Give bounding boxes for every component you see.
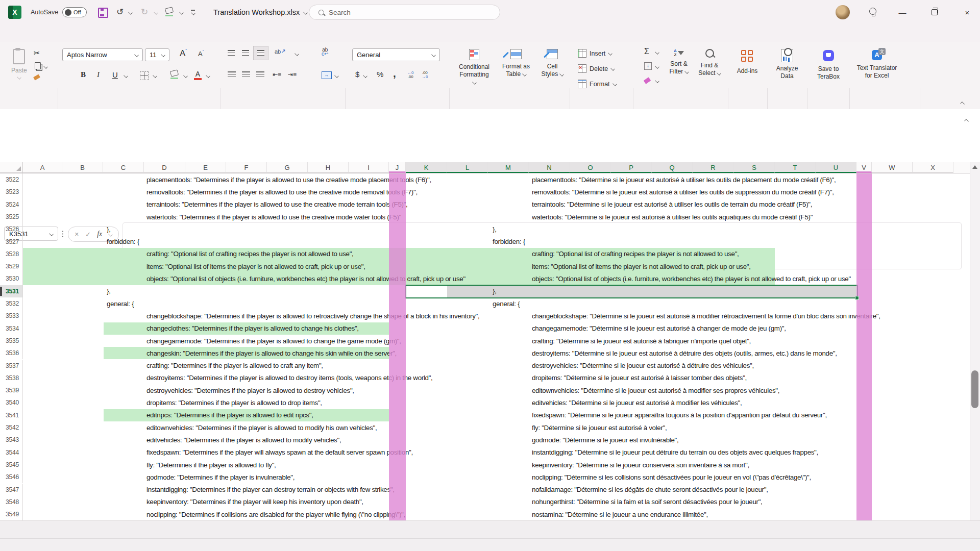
- column-header-G[interactable]: G: [267, 162, 308, 173]
- cell-text[interactable]: nofalldamage: "Détermine si les dégâts d…: [532, 485, 768, 494]
- cell-text[interactable]: destroyitems: "Détermine si le joueur es…: [532, 349, 837, 358]
- column-header-K[interactable]: K: [406, 162, 447, 173]
- row-header-3523[interactable]: 3523: [0, 186, 23, 198]
- cell-text[interactable]: crafting: "Optional list of crafting rec…: [532, 249, 739, 258]
- column-header-J[interactable]: J: [389, 162, 406, 173]
- column-header-W[interactable]: W: [872, 162, 913, 173]
- cell-text[interactable]: changeblockshape: "Détermine si le joueu…: [532, 312, 880, 320]
- row-header-3540[interactable]: 3540: [0, 396, 23, 409]
- cell-text[interactable]: destroyvehicles: "Determines if the play…: [146, 386, 354, 395]
- cell-text[interactable]: editvehicles: "Determines if the player …: [146, 436, 341, 444]
- column-header-T[interactable]: T: [775, 162, 816, 173]
- cell-text[interactable]: noclipping: "Determines if collisions ar…: [146, 510, 405, 519]
- cell-text[interactable]: dropitems: "Determines if the player is …: [146, 398, 322, 407]
- cell-text[interactable]: crafting: "Determines if the player is a…: [146, 361, 323, 370]
- cell-text[interactable]: fixedspawn: "Détermine si le joueur appa…: [532, 411, 827, 419]
- cell-text[interactable]: items: "Optional list of items the playe…: [532, 262, 751, 271]
- row-header-3533[interactable]: 3533: [0, 310, 23, 322]
- cell-text[interactable]: noclipping: "Détermine si les collisions…: [532, 473, 811, 482]
- row-header-3538[interactable]: 3538: [0, 372, 23, 384]
- row-header-3539[interactable]: 3539: [0, 384, 23, 396]
- cell-text[interactable]: crafting: "Détermine si le joueur est au…: [532, 337, 751, 345]
- cell-text[interactable]: placementtools: "Détermine si le joueur …: [532, 176, 836, 184]
- row-header-3524[interactable]: 3524: [0, 198, 23, 211]
- column-header-N[interactable]: N: [529, 162, 570, 173]
- cell-text[interactable]: general: {: [107, 299, 134, 308]
- cell-text[interactable]: objects: "Optional list of objects (i.e.…: [532, 274, 851, 283]
- column-header-D[interactable]: D: [144, 162, 185, 173]
- column-header-I[interactable]: I: [349, 162, 389, 173]
- row-header-3536[interactable]: 3536: [0, 347, 23, 359]
- cell-text[interactable]: terraintools: "Determines if the player …: [146, 200, 407, 209]
- row-header-3526[interactable]: 3526: [0, 223, 23, 235]
- cell-text[interactable]: nohungerthirst: "Détermine si la faim et…: [532, 497, 762, 506]
- cell-text[interactable]: removaltools: "Détermine si le joueur es…: [532, 188, 834, 196]
- column-header-H[interactable]: H: [308, 162, 349, 173]
- vertical-scrollbar-thumb[interactable]: [971, 370, 978, 408]
- cell-text[interactable]: dropitems: "Détermine si le joueur est a…: [532, 373, 747, 382]
- column-header-F[interactable]: F: [226, 162, 267, 173]
- column-header-X[interactable]: X: [913, 162, 953, 173]
- cell-text[interactable]: },: [107, 225, 111, 234]
- cell-text[interactable]: watertools: "Determines if the player is…: [146, 213, 401, 221]
- column-header-M[interactable]: M: [488, 162, 529, 173]
- row-header-3545[interactable]: 3545: [0, 459, 23, 471]
- column-header-V[interactable]: V: [856, 162, 872, 173]
- cell-text[interactable]: changeskin: "Determines if the player is…: [146, 349, 397, 358]
- cell-text[interactable]: keepinventory: "Détermine si le joueur c…: [532, 461, 749, 469]
- row-header-3544[interactable]: 3544: [0, 446, 23, 459]
- row-header-3532[interactable]: 3532: [0, 297, 23, 310]
- cell-text[interactable]: instantdigging: "Détermine si le joueur …: [532, 448, 818, 457]
- cell-text[interactable]: items: "Optional list of items the playe…: [146, 262, 365, 271]
- cell-text[interactable]: objects: "Optional list of objects (i.e.…: [146, 274, 465, 283]
- vertical-scrollbar[interactable]: [970, 162, 980, 520]
- row-header-3522[interactable]: 3522: [0, 173, 23, 186]
- row-header-3549[interactable]: 3549: [0, 508, 23, 520]
- row-header-3546[interactable]: 3546: [0, 471, 23, 483]
- cell-text[interactable]: editownvehicles: "Determines if the play…: [146, 423, 377, 432]
- row-header-3531[interactable]: 3531: [0, 285, 23, 297]
- row-header-3548[interactable]: 3548: [0, 496, 23, 508]
- row-header-3543[interactable]: 3543: [0, 434, 23, 446]
- cell-text[interactable]: editvehicles: "Détermine si le joueur es…: [532, 398, 742, 407]
- cell-text[interactable]: nostamina: "Détermine si le joueur a une…: [532, 510, 708, 519]
- column-header-Q[interactable]: Q: [652, 162, 693, 173]
- cell-text[interactable]: instantdigging: "Determines if the playe…: [146, 485, 395, 494]
- cell-text[interactable]: godmode: "Determines if the player is in…: [146, 473, 295, 482]
- cell-text[interactable]: changeblockshape: "Determines if the pla…: [146, 312, 479, 320]
- cell-text[interactable]: fly: "Détermine si le joueur est autoris…: [532, 423, 667, 432]
- row-header-3542[interactable]: 3542: [0, 421, 23, 434]
- column-header-E[interactable]: E: [185, 162, 226, 173]
- select-all-corner[interactable]: [0, 162, 23, 173]
- cell-text[interactable]: watertools: "Détermine si le joueur est …: [532, 213, 813, 221]
- cell-text[interactable]: changegamemode: "Determines if the playe…: [146, 337, 401, 345]
- cell-text[interactable]: destroyvehicles: "Détermine si le joueur…: [532, 361, 754, 370]
- column-header-R[interactable]: R: [693, 162, 734, 173]
- fill-handle[interactable]: [855, 296, 859, 300]
- row-header-3547[interactable]: 3547: [0, 484, 23, 496]
- column-header-U[interactable]: U: [816, 162, 856, 173]
- cell-text[interactable]: fly: "Determines if the player is allowe…: [146, 461, 276, 469]
- cell-text[interactable]: terraintools: "Détermine si le joueur es…: [532, 200, 812, 209]
- column-header-C[interactable]: C: [103, 162, 144, 173]
- column-header-B[interactable]: B: [62, 162, 103, 173]
- row-header-3529[interactable]: 3529: [0, 260, 23, 272]
- cell-text[interactable]: general: {: [493, 299, 520, 308]
- column-header-S[interactable]: S: [734, 162, 775, 173]
- row-header-3535[interactable]: 3535: [0, 335, 23, 347]
- cell-text[interactable]: forbidden: {: [107, 237, 139, 246]
- row-header-3541[interactable]: 3541: [0, 409, 23, 421]
- cell-text[interactable]: fixedspawn: "Determines if the player wi…: [146, 448, 413, 457]
- column-header-P[interactable]: P: [611, 162, 652, 173]
- cell-text[interactable]: removaltools: "Determines if the player …: [146, 188, 418, 196]
- cell-text[interactable]: editownvehicles: "Détermine si le joueur…: [532, 386, 779, 395]
- cell-text[interactable]: },: [493, 225, 497, 234]
- cell-text[interactable]: editnpcs: "Determines if the player is a…: [146, 411, 313, 419]
- cell-text[interactable]: },: [107, 287, 111, 295]
- cell-text[interactable]: changeclothes: "Determines if the player…: [146, 324, 359, 333]
- cell-text[interactable]: crafting: "Optional list of crafting rec…: [146, 249, 353, 258]
- cell-text[interactable]: godmode: "Détermine si le joueur est inv…: [532, 436, 678, 444]
- column-header-O[interactable]: O: [570, 162, 611, 173]
- cell-text[interactable]: changegamemode: "Détermine si le joueur …: [532, 324, 786, 333]
- row-header-3528[interactable]: 3528: [0, 248, 23, 260]
